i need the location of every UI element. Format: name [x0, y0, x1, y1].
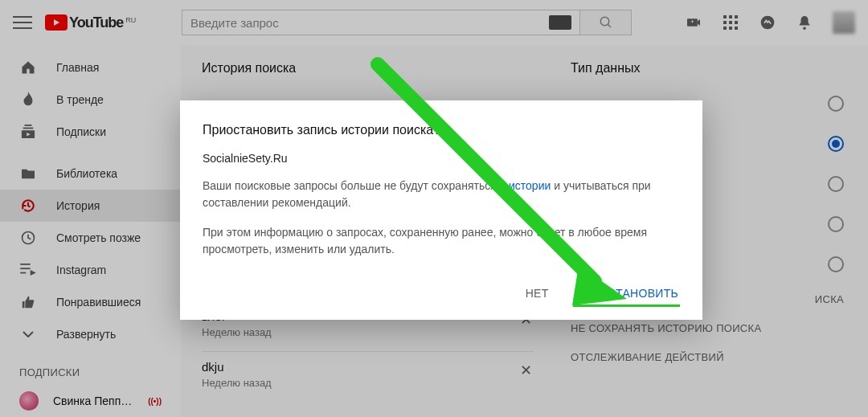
dialog-title: Приостановить запись истории поиска?	[203, 123, 680, 137]
dialog-subtitle: SocialnieSety.Ru	[203, 152, 680, 165]
dialog-history-link[interactable]: истории	[509, 179, 551, 192]
dialog-no-button[interactable]: НЕТ	[524, 282, 551, 307]
dialog-paragraph: При этом информацию о запросах, сохранен…	[203, 224, 680, 258]
dialog-pause-button[interactable]: ПРИОСТАНОВИТЬ	[573, 282, 680, 307]
pause-search-history-dialog: Приостановить запись истории поиска? Soc…	[180, 100, 702, 320]
dialog-paragraph: Ваши поисковые запросы больше не будут с…	[203, 178, 680, 211]
